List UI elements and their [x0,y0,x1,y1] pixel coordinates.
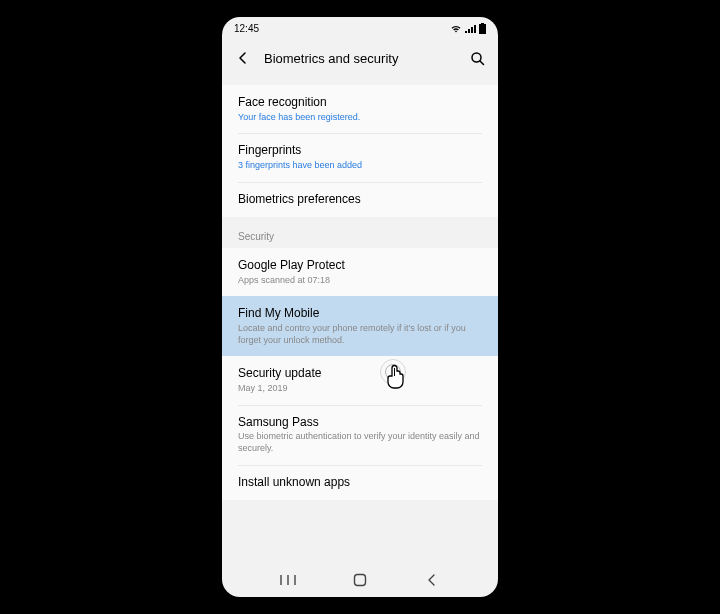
page-title: Biometrics and security [264,51,456,66]
signal-icon [465,24,476,33]
row-label: Security update [238,366,482,382]
page-header: Biometrics and security [222,39,498,77]
phone-frame: 12:45 Biometrics and security Face recog… [222,17,498,597]
row-samsung-pass[interactable]: Samsung Pass Use biometric authenticatio… [222,405,498,465]
search-icon [470,51,485,66]
nav-recents-button[interactable] [268,570,308,590]
row-sub: Use biometric authentication to verify y… [238,431,482,454]
row-find-my-mobile[interactable]: Find My Mobile Locate and contro your ph… [222,296,498,356]
svg-line-1 [480,61,484,65]
row-label: Face recognition [238,95,482,111]
home-icon [353,573,367,587]
row-fingerprints[interactable]: Fingerprints 3 fingerprints have been ad… [222,133,498,181]
row-google-play-protect[interactable]: Google Play Protect Apps scanned at 07:1… [222,248,498,296]
row-sub: Your face has been registered. [238,112,482,124]
row-biometrics-preferences[interactable]: Biometrics preferences [222,182,498,218]
row-sub: Locate and contro your phone remotely if… [238,323,482,346]
status-time: 12:45 [234,23,259,34]
back-icon [426,574,438,586]
row-label: Fingerprints [238,143,482,159]
status-bar: 12:45 [222,17,498,39]
back-button[interactable] [232,47,254,69]
row-label: Find My Mobile [238,306,482,322]
row-label: Biometrics preferences [238,192,482,208]
wifi-icon [450,24,462,33]
svg-rect-5 [355,575,366,586]
row-sub: Apps scanned at 07:18 [238,275,482,287]
row-label: Samsung Pass [238,415,482,431]
nav-back-button[interactable] [412,570,452,590]
nav-bar [222,563,498,597]
search-button[interactable] [466,47,488,69]
status-icons [450,23,486,34]
battery-icon [479,23,486,34]
row-label: Google Play Protect [238,258,482,274]
row-label: Install unknown apps [238,475,482,491]
recents-icon [280,574,296,586]
row-sub: 3 fingerprints have been added [238,160,482,172]
chevron-left-icon [236,51,250,65]
row-install-unknown-apps[interactable]: Install unknown apps [222,465,498,501]
row-face-recognition[interactable]: Face recognition Your face has been regi… [222,85,498,133]
section-header-security: Security [222,217,498,248]
settings-list: Face recognition Your face has been regi… [222,77,498,500]
row-sub: May 1, 2019 [238,383,482,395]
nav-home-button[interactable] [340,570,380,590]
row-security-update[interactable]: Security update May 1, 2019 [222,356,498,404]
divider [222,77,498,85]
